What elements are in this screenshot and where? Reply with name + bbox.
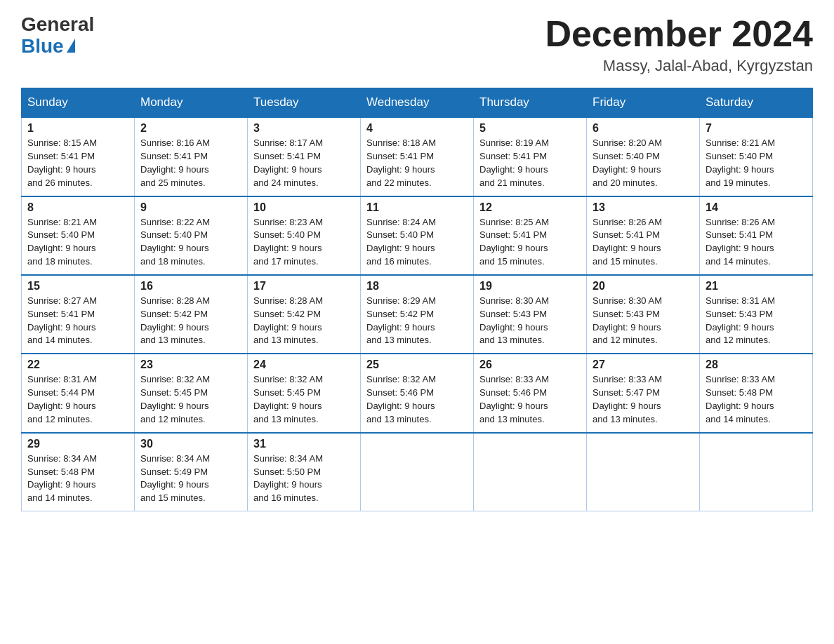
calendar-cell: 17Sunrise: 8:28 AMSunset: 5:42 PMDayligh…	[248, 275, 361, 354]
calendar-cell	[474, 433, 587, 511]
week-row-2: 8Sunrise: 8:21 AMSunset: 5:40 PMDaylight…	[22, 196, 813, 275]
calendar-cell: 13Sunrise: 8:26 AMSunset: 5:41 PMDayligh…	[587, 196, 700, 275]
calendar-cell: 21Sunrise: 8:31 AMSunset: 5:43 PMDayligh…	[700, 275, 813, 354]
day-number: 28	[706, 358, 807, 371]
day-info: Sunrise: 8:33 AMSunset: 5:47 PMDaylight:…	[593, 374, 662, 424]
day-info: Sunrise: 8:26 AMSunset: 5:41 PMDaylight:…	[593, 217, 662, 267]
day-number: 29	[27, 438, 128, 450]
calendar-cell: 24Sunrise: 8:32 AMSunset: 5:45 PMDayligh…	[248, 354, 361, 432]
logo: General Blue	[21, 14, 94, 58]
calendar-cell: 23Sunrise: 8:32 AMSunset: 5:45 PMDayligh…	[135, 354, 248, 432]
day-number: 16	[140, 280, 241, 293]
calendar-cell: 18Sunrise: 8:29 AMSunset: 5:42 PMDayligh…	[361, 275, 474, 354]
calendar-cell: 4Sunrise: 8:18 AMSunset: 5:41 PMDaylight…	[361, 117, 474, 196]
day-info: Sunrise: 8:25 AMSunset: 5:41 PMDaylight:…	[479, 217, 549, 267]
day-number: 8	[27, 201, 128, 214]
day-info: Sunrise: 8:18 AMSunset: 5:41 PMDaylight:…	[366, 137, 436, 188]
day-number: 18	[366, 280, 468, 293]
day-info: Sunrise: 8:28 AMSunset: 5:42 PMDaylight:…	[140, 295, 210, 346]
day-number: 5	[479, 122, 581, 135]
day-number: 22	[27, 358, 128, 371]
day-info: Sunrise: 8:19 AMSunset: 5:41 PMDaylight:…	[479, 137, 549, 188]
calendar-cell: 12Sunrise: 8:25 AMSunset: 5:41 PMDayligh…	[474, 196, 587, 275]
calendar-cell: 19Sunrise: 8:30 AMSunset: 5:43 PMDayligh…	[474, 275, 587, 354]
col-friday: Friday	[587, 88, 700, 118]
calendar-cell: 10Sunrise: 8:23 AMSunset: 5:40 PMDayligh…	[248, 196, 361, 275]
logo-triangle-icon	[67, 39, 75, 53]
calendar-cell: 8Sunrise: 8:21 AMSunset: 5:40 PMDaylight…	[22, 196, 135, 275]
calendar-cell	[587, 433, 700, 511]
week-row-4: 22Sunrise: 8:31 AMSunset: 5:44 PMDayligh…	[22, 354, 813, 432]
day-info: Sunrise: 8:24 AMSunset: 5:40 PMDaylight:…	[366, 217, 436, 267]
calendar-cell	[361, 433, 474, 511]
day-number: 10	[253, 201, 355, 214]
day-info: Sunrise: 8:27 AMSunset: 5:41 PMDaylight:…	[27, 295, 97, 346]
day-number: 1	[27, 122, 128, 135]
day-number: 2	[140, 122, 241, 135]
col-sunday: Sunday	[22, 88, 135, 118]
calendar-table: Sunday Monday Tuesday Wednesday Thursday…	[21, 88, 813, 511]
day-number: 17	[253, 280, 355, 293]
day-info: Sunrise: 8:33 AMSunset: 5:46 PMDaylight:…	[479, 374, 549, 424]
day-number: 25	[366, 358, 468, 371]
day-number: 19	[479, 280, 581, 293]
day-number: 24	[253, 358, 355, 371]
day-info: Sunrise: 8:21 AMSunset: 5:40 PMDaylight:…	[706, 137, 775, 188]
calendar-cell: 11Sunrise: 8:24 AMSunset: 5:40 PMDayligh…	[361, 196, 474, 275]
calendar-cell: 28Sunrise: 8:33 AMSunset: 5:48 PMDayligh…	[700, 354, 813, 432]
week-row-1: 1Sunrise: 8:15 AMSunset: 5:41 PMDaylight…	[22, 117, 813, 196]
day-info: Sunrise: 8:26 AMSunset: 5:41 PMDaylight:…	[706, 217, 775, 267]
day-info: Sunrise: 8:31 AMSunset: 5:43 PMDaylight:…	[706, 295, 775, 346]
day-number: 23	[140, 358, 241, 371]
col-thursday: Thursday	[474, 88, 587, 118]
calendar-cell: 2Sunrise: 8:16 AMSunset: 5:41 PMDaylight…	[135, 117, 248, 196]
calendar-cell: 25Sunrise: 8:32 AMSunset: 5:46 PMDayligh…	[361, 354, 474, 432]
day-number: 30	[140, 438, 241, 450]
day-info: Sunrise: 8:32 AMSunset: 5:45 PMDaylight:…	[140, 374, 210, 424]
day-number: 11	[366, 201, 468, 214]
day-info: Sunrise: 8:32 AMSunset: 5:45 PMDaylight:…	[253, 374, 323, 424]
col-tuesday: Tuesday	[248, 88, 361, 118]
calendar-cell: 31Sunrise: 8:34 AMSunset: 5:50 PMDayligh…	[248, 433, 361, 511]
day-info: Sunrise: 8:22 AMSunset: 5:40 PMDaylight:…	[140, 217, 210, 267]
day-info: Sunrise: 8:17 AMSunset: 5:41 PMDaylight:…	[253, 137, 323, 188]
calendar-cell: 26Sunrise: 8:33 AMSunset: 5:46 PMDayligh…	[474, 354, 587, 432]
day-info: Sunrise: 8:16 AMSunset: 5:41 PMDaylight:…	[140, 137, 210, 188]
day-number: 4	[366, 122, 468, 135]
col-wednesday: Wednesday	[361, 88, 474, 118]
calendar-cell: 5Sunrise: 8:19 AMSunset: 5:41 PMDaylight…	[474, 117, 587, 196]
day-info: Sunrise: 8:34 AMSunset: 5:49 PMDaylight:…	[140, 453, 210, 504]
day-number: 7	[706, 122, 807, 135]
calendar-header-row: Sunday Monday Tuesday Wednesday Thursday…	[22, 88, 813, 118]
day-number: 20	[593, 280, 694, 293]
day-number: 6	[593, 122, 694, 135]
page-header: General Blue December 2024 Massy, Jalal-…	[21, 14, 813, 75]
week-row-3: 15Sunrise: 8:27 AMSunset: 5:41 PMDayligh…	[22, 275, 813, 354]
calendar-cell: 15Sunrise: 8:27 AMSunset: 5:41 PMDayligh…	[22, 275, 135, 354]
day-number: 9	[140, 201, 241, 214]
calendar-cell: 9Sunrise: 8:22 AMSunset: 5:40 PMDaylight…	[135, 196, 248, 275]
day-number: 3	[253, 122, 355, 135]
title-block: December 2024 Massy, Jalal-Abad, Kyrgyzs…	[545, 14, 813, 75]
calendar-cell: 22Sunrise: 8:31 AMSunset: 5:44 PMDayligh…	[22, 354, 135, 432]
day-info: Sunrise: 8:23 AMSunset: 5:40 PMDaylight:…	[253, 217, 323, 267]
day-info: Sunrise: 8:28 AMSunset: 5:42 PMDaylight:…	[253, 295, 323, 346]
calendar-title: December 2024	[545, 14, 813, 54]
day-number: 31	[253, 438, 355, 450]
calendar-cell: 20Sunrise: 8:30 AMSunset: 5:43 PMDayligh…	[587, 275, 700, 354]
day-number: 26	[479, 358, 581, 371]
day-info: Sunrise: 8:32 AMSunset: 5:46 PMDaylight:…	[366, 374, 436, 424]
day-number: 15	[27, 280, 128, 293]
calendar-cell: 6Sunrise: 8:20 AMSunset: 5:40 PMDaylight…	[587, 117, 700, 196]
calendar-cell: 27Sunrise: 8:33 AMSunset: 5:47 PMDayligh…	[587, 354, 700, 432]
day-number: 27	[593, 358, 694, 371]
day-number: 12	[479, 201, 581, 214]
day-info: Sunrise: 8:21 AMSunset: 5:40 PMDaylight:…	[27, 217, 97, 267]
day-info: Sunrise: 8:15 AMSunset: 5:41 PMDaylight:…	[27, 137, 97, 188]
day-number: 21	[706, 280, 807, 293]
day-info: Sunrise: 8:20 AMSunset: 5:40 PMDaylight:…	[593, 137, 662, 188]
calendar-cell: 7Sunrise: 8:21 AMSunset: 5:40 PMDaylight…	[700, 117, 813, 196]
day-info: Sunrise: 8:31 AMSunset: 5:44 PMDaylight:…	[27, 374, 97, 424]
day-number: 14	[706, 201, 807, 214]
day-info: Sunrise: 8:33 AMSunset: 5:48 PMDaylight:…	[706, 374, 775, 424]
